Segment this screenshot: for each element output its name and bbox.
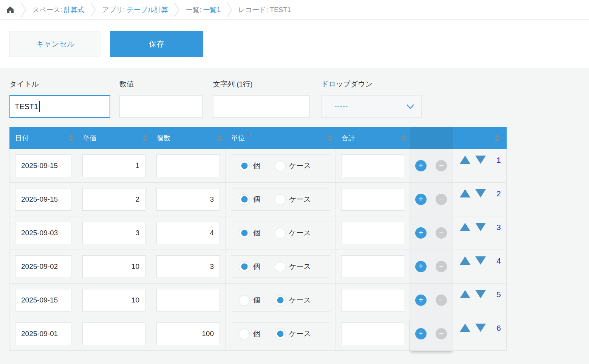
unit-price-input[interactable]: 2 — [82, 188, 145, 211]
move-up-icon[interactable] — [460, 324, 470, 332]
add-row-button[interactable]: + — [415, 194, 427, 205]
remove-row-button[interactable]: − — [436, 194, 447, 205]
total-input[interactable] — [341, 154, 404, 177]
unit-option-case[interactable]: ケース — [275, 261, 311, 272]
move-down-icon[interactable] — [475, 189, 486, 197]
cell-unit-price: 10 — [77, 250, 151, 284]
unit-price-input[interactable]: 3 — [82, 222, 145, 244]
sort-icon[interactable] — [68, 134, 74, 142]
header-label: 単価 — [83, 134, 96, 143]
cell-quantity — [151, 284, 226, 317]
add-row-button[interactable]: + — [415, 295, 427, 306]
quantity-input[interactable]: 4 — [156, 222, 220, 244]
remove-row-button[interactable]: − — [436, 261, 447, 272]
row-number: 4 — [496, 256, 501, 265]
breadcrumb-link-view[interactable]: 一覧1 — [203, 6, 221, 14]
cell-date: 2025-09-02 — [9, 250, 77, 284]
title-input[interactable]: TEST1 — [9, 95, 110, 118]
move-up-icon[interactable] — [460, 223, 470, 231]
unit-radio-group: 個 ケース — [231, 289, 330, 312]
unit-option-piece[interactable]: 個 — [239, 329, 260, 339]
unit-option-piece[interactable]: 個 — [239, 160, 260, 171]
move-down-icon[interactable] — [475, 256, 486, 265]
breadcrumb-link-app[interactable]: テーブル計算 — [127, 6, 168, 14]
remove-row-button[interactable]: − — [436, 160, 447, 171]
unit-option-case[interactable]: ケース — [275, 228, 311, 239]
breadcrumb-link-space[interactable]: 計算式 — [64, 6, 84, 14]
quantity-input[interactable] — [156, 289, 220, 312]
total-input[interactable] — [341, 322, 404, 345]
header-unit: 単位* — [226, 127, 336, 149]
quantity-input[interactable] — [156, 154, 220, 177]
header-label: 合計 — [342, 134, 355, 143]
cell-date: 2025-09-15 — [9, 284, 77, 317]
dropdown-select[interactable]: ----- — [321, 95, 422, 118]
text-input[interactable] — [213, 95, 310, 118]
radio-icon — [239, 160, 250, 171]
move-up-icon[interactable] — [460, 256, 470, 265]
unit-option-piece[interactable]: 個 — [239, 228, 260, 239]
remove-row-button[interactable]: − — [436, 227, 447, 239]
date-input[interactable]: 2025-09-15 — [15, 154, 71, 177]
sort-icon[interactable] — [495, 134, 500, 142]
add-row-button[interactable]: + — [415, 261, 427, 272]
save-button[interactable]: 保存 — [110, 31, 203, 57]
date-input[interactable]: 2025-09-02 — [15, 255, 71, 278]
remove-row-button[interactable]: − — [436, 295, 447, 306]
breadcrumb-prefix: アプリ: — [102, 6, 127, 14]
add-row-button[interactable]: + — [415, 160, 427, 171]
sort-icon[interactable] — [327, 134, 332, 142]
move-down-icon[interactable] — [475, 223, 486, 231]
record-edit-form: タイトル TEST1 数値 文字列 (1行) ドロップダウン ----- 日付 … — [0, 68, 589, 364]
unit-price-input[interactable]: 10 — [82, 255, 145, 278]
total-input[interactable] — [341, 255, 404, 278]
move-down-icon[interactable] — [475, 324, 486, 332]
unit-option-piece[interactable]: 個 — [239, 261, 260, 272]
date-input[interactable]: 2025-09-15 — [15, 289, 71, 312]
unit-price-input[interactable]: 10 — [82, 289, 145, 312]
unit-option-case[interactable]: ケース — [275, 295, 311, 306]
home-button[interactable] — [6, 5, 15, 14]
number-input[interactable] — [119, 95, 203, 118]
date-input[interactable]: 2025-09-15 — [15, 188, 71, 211]
add-row-button[interactable]: + — [415, 328, 427, 339]
unit-option-case[interactable]: ケース — [275, 194, 311, 205]
total-input[interactable] — [341, 188, 404, 211]
total-input[interactable] — [341, 289, 404, 312]
sort-icon[interactable] — [142, 134, 148, 142]
table-row: 2025-09-03 3 4 個 ケース +− 3 — [9, 216, 507, 250]
table-row: 2025-09-01 100 個 ケース +− 6 — [9, 317, 507, 351]
move-up-icon[interactable] — [460, 189, 470, 197]
header-quantity: 個数 — [151, 127, 226, 149]
move-down-icon[interactable] — [475, 290, 486, 298]
unit-option-piece[interactable]: 個 — [239, 194, 260, 205]
table-row: 2025-09-15 1 個 ケース +− 1 — [9, 149, 507, 183]
unit-option-case[interactable]: ケース — [275, 160, 311, 171]
move-up-icon[interactable] — [460, 290, 470, 298]
move-down-icon[interactable] — [475, 156, 486, 164]
cell-unit: 個 ケース — [226, 149, 336, 183]
breadcrumb-item-record: レコード: TEST1 — [238, 5, 291, 14]
quantity-input[interactable]: 3 — [156, 188, 220, 211]
cell-row-actions: +− — [410, 149, 453, 183]
unit-option-case[interactable]: ケース — [275, 329, 311, 339]
date-input[interactable]: 2025-09-03 — [15, 222, 71, 244]
add-row-button[interactable]: + — [415, 227, 427, 239]
chevron-down-icon — [406, 104, 414, 109]
move-up-icon[interactable] — [460, 156, 470, 164]
radio-label: ケース — [289, 262, 311, 271]
sort-icon[interactable] — [217, 134, 222, 142]
required-asterisk: * — [247, 132, 250, 141]
unit-price-input[interactable]: 1 — [82, 154, 145, 177]
remove-row-button[interactable]: − — [436, 328, 447, 339]
cancel-button[interactable]: キャンセル — [9, 31, 101, 57]
sort-icon[interactable] — [401, 134, 407, 142]
total-input[interactable] — [341, 222, 404, 244]
date-input[interactable]: 2025-09-01 — [15, 322, 71, 345]
unit-option-piece[interactable]: 個 — [239, 295, 260, 306]
quantity-input[interactable]: 3 — [156, 255, 220, 278]
radio-label: 個 — [253, 194, 260, 204]
unit-price-input[interactable] — [82, 322, 145, 345]
quantity-input[interactable]: 100 — [156, 322, 220, 345]
text-label: 文字列 (1行) — [213, 79, 310, 88]
